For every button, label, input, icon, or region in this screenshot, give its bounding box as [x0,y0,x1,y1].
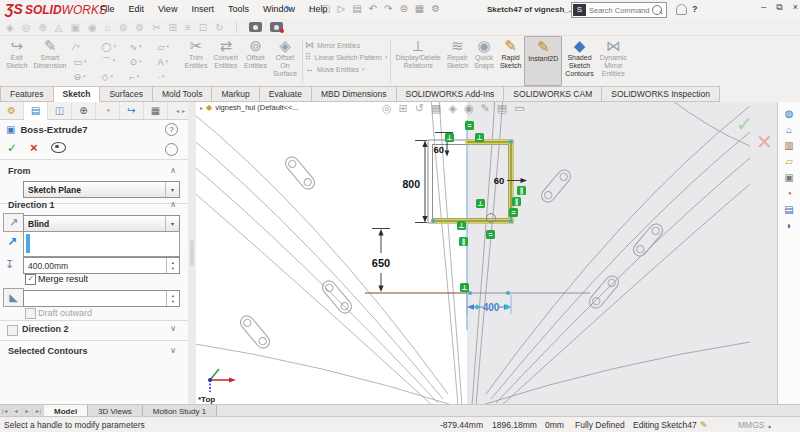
tab-sketch[interactable]: Sketch [54,86,101,102]
open-file-icon[interactable]: ▷ [338,3,346,14]
toolbox-icon[interactable]: ▥ [784,140,793,151]
feature-manager-tab[interactable]: ⚙ [0,102,24,119]
offset-entities-button[interactable]: ⊚Offset Entities [241,36,270,86]
draft-button[interactable]: ◣ [3,288,24,307]
direction2-section-header[interactable]: Direction 2 [22,324,69,334]
search-input[interactable] [587,5,652,16]
preview-eye-icon[interactable] [51,142,66,153]
view-orientation-icon[interactable]: ◈ [448,102,456,115]
trim-entities-button[interactable]: ✂Trim Entities [181,36,210,86]
help-icon[interactable]: ? [692,4,698,14]
collapse-chevron-icon[interactable]: ∧ [170,200,176,209]
dropdown-caret-icon[interactable]: ▾ [165,216,179,231]
tool-icon[interactable]: ◉ [88,22,97,33]
tool-icon[interactable]: ⊡ [199,22,207,33]
repair-sketch-button[interactable]: ≋Repair Sketch [444,36,471,86]
configuration-manager-tab[interactable]: ◫ [48,102,72,119]
save-icon[interactable]: ▤ [352,3,361,14]
direction1-section-header[interactable]: Direction 1 [8,200,55,210]
menu-view[interactable]: View [158,4,177,14]
menu-insert[interactable]: Insert [191,4,214,14]
expand-chevron-icon[interactable]: ∨ [170,346,176,355]
tool-icon[interactable]: ◎ [22,22,31,33]
file-explorer-icon[interactable]: ▱ [785,156,793,167]
restore-button[interactable]: ⧉ [776,2,782,13]
edit-appearance-icon[interactable]: ✎ [481,102,490,115]
polygon-tool-icon[interactable]: ◇ [97,72,125,82]
graphics-viewport[interactable]: 800 60 60 650 [196,102,778,405]
scene-icon[interactable]: ▤ [497,102,507,115]
splitter-grip[interactable] [190,240,194,266]
convert-entities-button[interactable]: ⇄Convert Entities [210,36,241,86]
part-name[interactable]: vignesh_hul (Default<<... [215,103,298,112]
dim-400-text[interactable]: 400 [483,302,500,313]
record-video-icon[interactable] [270,22,283,32]
options-gear-icon[interactable]: ⚙ [431,3,440,14]
cam-tree-tab[interactable]: ↪ [120,102,144,119]
caret-down-icon[interactable]: ▾ [385,54,388,60]
dim-650-text[interactable]: 650 [372,257,390,269]
zoom-area-icon[interactable]: ⊞ [399,102,408,115]
tool-icon[interactable]: ◬ [55,22,63,33]
units-caret-icon[interactable]: ▴ [768,422,771,429]
display-delete-relations-button[interactable]: ⟂Display/Delete Relations [393,36,444,86]
ok-check-button[interactable]: ✓ [7,141,17,155]
tab-evaluate[interactable]: Evaluate [260,86,312,102]
spin-down-icon[interactable]: ▾ [172,266,174,271]
display-style-icon[interactable]: ◉ [464,102,474,115]
tab-solidworks-inspection[interactable]: SOLIDWORKS Inspection [602,86,720,102]
redo-select-icon[interactable]: ↷ [384,3,392,14]
screen-capture-icon[interactable] [249,22,262,32]
from-section-header[interactable]: From [8,166,31,176]
mirror-entities-button[interactable]: ⋈Mirror Entities [305,40,387,50]
undo-icon[interactable]: ↶ [369,3,377,14]
draft-angle-spinner[interactable]: ▴▾ [23,290,180,307]
tab-mold-tools[interactable]: Mold Tools [153,86,212,102]
depth-spinner[interactable]: 400.00mm ▴▾ [23,257,180,274]
tool-icon[interactable]: ≡ [185,22,191,33]
view-settings-icon[interactable]: ▭ [514,102,524,115]
slot-tool-icon[interactable]: ⊖ [69,72,97,82]
exit-sketch-button[interactable]: ↪Exit Sketch [3,36,30,86]
view-palette-icon[interactable]: ▣ [784,172,793,183]
draft-outward-checkbox[interactable] [25,308,36,319]
tab-mbd-dimensions[interactable]: MBD Dimensions [312,86,397,102]
tab-solidworks-addins[interactable]: SOLIDWORKS Add-Ins [397,86,505,102]
tab-features[interactable]: Features [0,86,54,102]
direction2-checkbox[interactable] [7,325,18,336]
rectangle-tool-icon[interactable]: ▭ [69,57,97,67]
forum-icon[interactable]: ◗ [786,220,792,231]
shaded-sketch-contours-toggle[interactable]: ◆Shaded Sketch Contours [562,36,596,86]
tab-markup[interactable]: Markup [212,86,259,102]
tool-icon[interactable]: ⌂ [105,22,111,33]
feature-tree-flyout[interactable]: ▸ ◆ vignesh_hul (Default<<... [200,103,299,112]
cancel-x-button[interactable]: × [30,140,38,155]
menu-file[interactable]: File [100,4,115,14]
tool-icon[interactable]: ⚙ [135,22,144,33]
home-icon[interactable]: ⌂ [308,3,314,14]
minimize-button[interactable]: – [761,2,766,13]
dropdown-caret-icon[interactable]: ▾ [165,182,179,197]
tool-icon[interactable]: ⊕ [38,22,46,33]
from-plane-select[interactable]: Sketch Plane ▾ [23,181,180,198]
previous-view-icon[interactable]: ↺ [415,102,424,115]
dim-800-text[interactable]: 800 [402,178,420,190]
plane-tool-icon[interactable]: ▱ [153,42,181,52]
tool-icon[interactable]: ⊞ [169,22,177,33]
spline-tool-icon[interactable]: ∿ [125,42,153,52]
search-commands-box[interactable]: S [571,2,667,18]
ellipse-tool-icon[interactable]: ⊙ [125,57,153,67]
fillet-tool-icon[interactable]: ⌐ [125,72,153,82]
dim-60-right-text[interactable]: 60 [494,175,505,186]
scroll-right-icon[interactable]: ▸ [182,107,185,114]
property-manager-tab[interactable]: ▤ [24,102,48,120]
new-file-icon[interactable]: ▢ [321,3,330,14]
confirmation-corner-accept-icon[interactable]: ✓ [736,112,753,136]
line-tool-icon[interactable]: ∕ [69,42,97,52]
linear-sketch-pattern-button[interactable]: ⠿Linear Sketch Pattern▾ [305,52,387,62]
tool-icon[interactable]: ↻ [215,22,223,33]
selected-contours-section-header[interactable]: Selected Contours [8,346,88,356]
caret-down-icon[interactable]: ▾ [362,66,365,72]
rebuild-icon[interactable]: ⊜ [399,3,407,14]
tab-surfaces[interactable]: Surfaces [100,86,153,102]
